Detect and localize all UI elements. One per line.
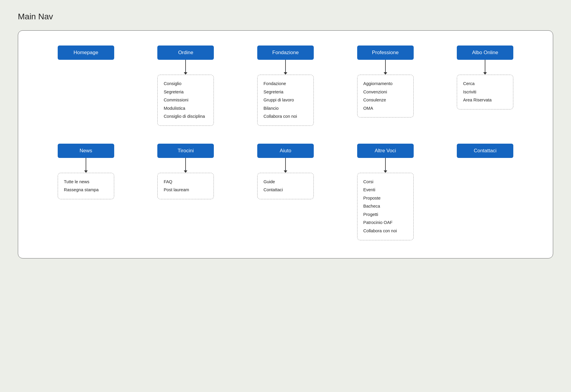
- submenu-item[interactable]: Collabora con noi: [263, 112, 308, 121]
- submenu-item[interactable]: Bilancio: [263, 104, 308, 113]
- nav-col-aiuto: AiutoGuideContattaci: [236, 144, 335, 240]
- submenu-albo-online: CercaIscrivitiArea Riservata: [457, 75, 513, 109]
- submenu-item[interactable]: Consiglio: [164, 80, 208, 88]
- connector-line: [285, 158, 286, 170]
- connector-arrow: [184, 72, 187, 75]
- connector-ordine: [184, 60, 187, 75]
- connector-arrow: [483, 72, 487, 75]
- nav-btn-altre-voci[interactable]: Altre Voci: [357, 144, 414, 158]
- connector-arrow: [384, 170, 387, 173]
- nav-col-homepage: Homepage: [36, 46, 136, 126]
- nav-col-tirocini: TirociniFAQPost lauream: [136, 144, 236, 240]
- connector-albo-online: [483, 60, 487, 75]
- nav-btn-ordine[interactable]: Ordine: [157, 46, 214, 60]
- submenu-item[interactable]: Modulistica: [164, 104, 208, 113]
- nav-col-fondazione: FondazioneFondazioneSegreteriaGruppi di …: [236, 46, 335, 126]
- submenu-item[interactable]: FAQ: [164, 178, 208, 186]
- submenu-item[interactable]: Aggiornamento: [363, 80, 407, 88]
- submenu-item[interactable]: Convenzioni: [363, 88, 407, 96]
- submenu-item[interactable]: Corsi: [363, 178, 407, 186]
- nav-btn-news[interactable]: News: [58, 144, 114, 158]
- connector-arrow: [184, 170, 187, 173]
- connector-fondazione: [284, 60, 287, 75]
- nav-btn-professione[interactable]: Professione: [357, 46, 414, 60]
- nav-col-contattaci: Contattaci: [435, 144, 535, 240]
- connector-line: [86, 158, 86, 170]
- submenu-item[interactable]: OMA: [363, 104, 407, 113]
- submenu-item[interactable]: Guide: [263, 178, 308, 186]
- submenu-item[interactable]: Iscriviti: [463, 88, 507, 96]
- connector-line: [185, 60, 186, 72]
- nav-col-ordine: OrdineConsiglioSegreteriaCommissioniModu…: [136, 46, 236, 126]
- submenu-ordine: ConsiglioSegreteriaCommissioniModulistic…: [157, 75, 214, 126]
- nav-container: HomepageOrdineConsiglioSegreteriaCommiss…: [18, 30, 553, 258]
- submenu-item[interactable]: Contattaci: [263, 186, 308, 194]
- nav-col-professione: ProfessioneAggiornamentoConvenzioniConsu…: [335, 46, 435, 126]
- submenu-item[interactable]: Progetti: [363, 211, 407, 219]
- nav-grid: HomepageOrdineConsiglioSegreteriaCommiss…: [36, 46, 535, 240]
- submenu-news: Tutte le newsRassegna stampa: [58, 173, 114, 199]
- submenu-item[interactable]: Eventi: [363, 186, 407, 194]
- nav-btn-aiuto[interactable]: Aiuto: [257, 144, 314, 158]
- nav-btn-tirocini[interactable]: Tirocini: [157, 144, 214, 158]
- submenu-item[interactable]: Proposte: [363, 194, 407, 203]
- submenu-item[interactable]: Tutte le news: [64, 178, 108, 186]
- nav-col-altre-voci: Altre VociCorsiEventiProposteBachecaProg…: [335, 144, 435, 240]
- submenu-item[interactable]: Consiglio di disciplina: [164, 112, 208, 121]
- connector-arrow: [284, 170, 287, 173]
- submenu-item[interactable]: Segreteria: [164, 88, 208, 96]
- submenu-item[interactable]: Bacheca: [363, 202, 407, 211]
- connector-tirocini: [184, 158, 187, 173]
- submenu-item[interactable]: Fondazione: [263, 80, 308, 88]
- submenu-altre-voci: CorsiEventiProposteBachecaProgettiPatroc…: [357, 173, 414, 240]
- nav-btn-albo-online[interactable]: Albo Online: [457, 46, 513, 60]
- submenu-item[interactable]: Segreteria: [263, 88, 308, 96]
- submenu-aiuto: GuideContattaci: [257, 173, 314, 199]
- nav-col-albo-online: Albo OnlineCercaIscrivitiArea Riservata: [435, 46, 535, 126]
- submenu-item[interactable]: Consulenze: [363, 96, 407, 104]
- connector-line: [285, 60, 286, 72]
- submenu-item[interactable]: Patrocinio OAF: [363, 219, 407, 227]
- submenu-item[interactable]: Area Riservata: [463, 96, 507, 104]
- submenu-professione: AggiornamentoConvenzioniConsulenzeOMA: [357, 75, 414, 117]
- submenu-item[interactable]: Rassegna stampa: [64, 186, 108, 194]
- nav-col-news: NewsTutte le newsRassegna stampa: [36, 144, 136, 240]
- connector-altre-voci: [384, 158, 387, 173]
- connector-line: [385, 60, 386, 72]
- nav-btn-contattaci[interactable]: Contattaci: [457, 144, 513, 158]
- connector-line: [485, 60, 485, 72]
- page-title: Main Nav: [18, 12, 553, 21]
- connector-line: [185, 158, 186, 170]
- submenu-item[interactable]: Collabora con noi: [363, 227, 407, 235]
- submenu-item[interactable]: Commissioni: [164, 96, 208, 104]
- submenu-item[interactable]: Cerca: [463, 80, 507, 88]
- submenu-tirocini: FAQPost lauream: [157, 173, 214, 199]
- connector-arrow: [84, 170, 88, 173]
- connector-news: [84, 158, 88, 173]
- nav-btn-homepage[interactable]: Homepage: [58, 46, 114, 60]
- submenu-fondazione: FondazioneSegreteriaGruppi di lavoroBila…: [257, 75, 314, 126]
- connector-line: [385, 158, 386, 170]
- submenu-item[interactable]: Gruppi di lavoro: [263, 96, 308, 104]
- connector-professione: [384, 60, 387, 75]
- connector-aiuto: [284, 158, 287, 173]
- nav-btn-fondazione[interactable]: Fondazione: [257, 46, 314, 60]
- submenu-item[interactable]: Post lauream: [164, 186, 208, 194]
- connector-arrow: [284, 72, 287, 75]
- connector-arrow: [384, 72, 387, 75]
